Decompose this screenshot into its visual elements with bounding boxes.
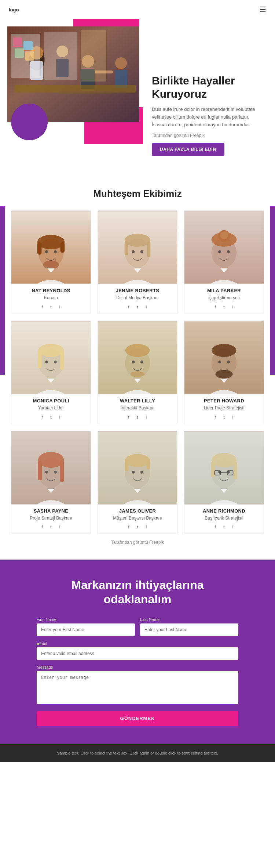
svg-rect-58 [60,350,64,370]
team-photo [11,321,91,394]
svg-rect-13 [15,85,136,93]
message-row: Message [37,665,238,706]
team-credit-link[interactable]: Freepik [149,540,164,545]
team-member-name: NAT REYNOLDS [16,288,86,293]
first-name-input[interactable] [37,623,135,636]
logo: logo [9,7,19,12]
team-card: MILA PARKER iş geliştirme şefi f t i [184,210,264,314]
svg-point-11 [115,57,127,69]
team-card: PETER HOWARD Lider Proje Stratejisti f t… [184,321,264,424]
hero-credit-link[interactable]: Freepik [190,133,205,138]
hero-cta-button[interactable]: DAHA FAZLA BİLGİ EDİN [152,143,224,156]
svg-point-67 [130,371,144,377]
twitter-icon[interactable]: t [221,524,227,530]
twitter-icon[interactable]: t [48,414,54,420]
last-name-input[interactable] [140,623,238,636]
svg-point-50 [227,250,230,253]
twitter-icon[interactable]: t [221,304,227,310]
instagram-icon[interactable]: i [230,414,236,420]
svg-point-76 [215,370,232,379]
facebook-icon[interactable]: f [212,414,218,420]
team-card: JAMES OLIVER Müşteri Başarısı Başkanı f … [98,431,177,534]
svg-rect-17 [13,37,22,47]
team-card: JENNIE ROBERTS Dijital Medya Başkanı f t… [98,210,177,314]
instagram-icon[interactable]: i [143,414,149,420]
twitter-icon[interactable]: t [48,304,54,310]
facebook-icon[interactable]: f [212,304,218,310]
svg-point-30 [54,250,57,253]
instagram-icon[interactable]: i [57,414,63,420]
submit-button[interactable]: GÖNDERMEK [37,711,238,726]
email-input[interactable] [37,647,238,660]
facebook-icon[interactable]: f [39,304,45,310]
hero-section: Birlikte Hayaller Kuruyoruz Duis aute ir… [0,19,275,173]
team-member-role: İnteraktif Başkanı [102,405,173,411]
facebook-icon[interactable]: f [126,524,132,530]
twitter-icon[interactable]: t [135,304,140,310]
svg-rect-96 [147,460,150,470]
twitter-icon[interactable]: t [221,414,227,420]
svg-rect-16 [81,30,106,82]
team-member-name: JAMES OLIVER [102,508,173,514]
svg-point-110 [218,470,221,473]
instagram-icon[interactable]: i [143,304,149,310]
twitter-icon[interactable]: t [135,524,140,530]
svg-rect-95 [125,460,129,471]
team-member-name: ANNE RICHMOND [189,508,259,514]
team-info: WALTER LILLY İnteraktif Başkanı f t i [98,394,177,424]
instagram-icon[interactable]: i [57,304,63,310]
contact-section: Markanızın ihtiyaçlarına odaklanalım Fir… [0,560,275,744]
hamburger-icon[interactable]: ☰ [260,5,266,14]
svg-point-28 [43,260,59,269]
facebook-icon[interactable]: f [126,414,132,420]
message-group: Message [37,665,238,706]
facebook-icon[interactable]: f [212,524,218,530]
facebook-icon[interactable]: f [39,414,45,420]
team-social-links: f t i [189,524,259,530]
svg-point-40 [140,250,143,253]
footer-text: Sample text. Click to select the text bo… [57,751,218,755]
svg-point-39 [132,250,135,253]
svg-point-49 [218,250,221,253]
message-input[interactable] [37,671,238,704]
svg-point-87 [45,470,48,473]
svg-rect-86 [60,460,64,482]
svg-point-88 [54,470,57,473]
team-card: SASHA PAYNE Proje Strateji Başkanı f t i [11,431,91,534]
facebook-icon[interactable]: f [126,304,132,310]
team-member-name: MILA PARKER [189,288,259,293]
twitter-icon[interactable]: t [48,524,54,530]
svg-point-104 [212,453,237,467]
team-photo [11,431,91,504]
team-photo [11,211,91,284]
instagram-icon[interactable]: i [143,524,149,530]
footer: Sample text. Click to select the text bo… [0,744,275,762]
svg-point-36 [125,234,151,247]
contact-form: First Name Last Name Email Message GÖNDE… [37,617,238,726]
svg-rect-38 [147,241,151,257]
instagram-icon[interactable]: i [230,524,236,530]
team-member-role: Dijital Medya Başkanı [102,295,173,301]
team-social-links: f t i [102,304,173,310]
team-member-role: Lider Proje Stratejisti [189,405,259,411]
instagram-icon[interactable]: i [230,304,236,310]
svg-point-97 [132,470,135,473]
team-card: WALTER LILLY İnteraktif Başkanı f t i [98,321,177,424]
twitter-icon[interactable]: t [135,414,140,420]
first-name-group: First Name [37,617,135,636]
instagram-icon[interactable]: i [57,524,63,530]
svg-point-94 [125,454,150,467]
svg-rect-106 [234,461,237,479]
team-social-links: f t i [16,414,86,420]
first-name-label: First Name [37,617,135,622]
svg-rect-19 [15,48,24,58]
team-member-role: Kurucu [16,295,86,301]
team-photo [98,321,177,394]
team-info: JAMES OLIVER Müşteri Başarısı Başkanı f … [98,504,177,534]
svg-point-77 [218,361,221,364]
hero-credit: Tarafından görüntü Freepik [152,133,259,138]
facebook-icon[interactable]: f [39,524,45,530]
team-photo [184,211,264,284]
team-card: ANNE RICHMOND Baş İçerik Stratejisti f t… [184,431,264,534]
team-social-links: f t i [102,524,173,530]
